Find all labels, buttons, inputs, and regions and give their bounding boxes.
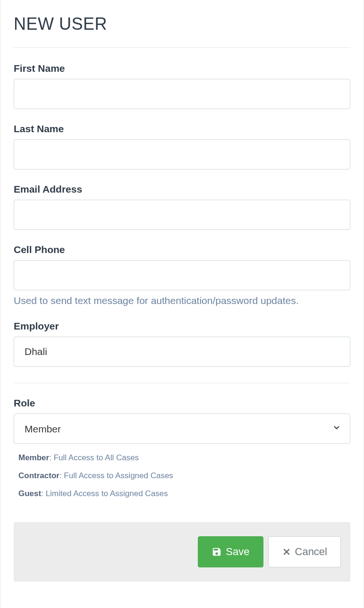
button-bar: Save Cancel	[14, 522, 350, 582]
first-name-input[interactable]	[14, 79, 350, 109]
role-descriptions: Member: Full Access to All Cases Contrac…	[14, 453, 350, 498]
cell-phone-group: Cell Phone Used to send text message for…	[14, 244, 350, 306]
role-desc-member-name: Member	[18, 453, 49, 462]
section-divider	[14, 383, 350, 383]
role-select[interactable]: Member	[14, 414, 350, 444]
cancel-button-label: Cancel	[295, 546, 327, 558]
close-icon	[282, 547, 291, 557]
save-icon	[212, 547, 222, 557]
employer-group: Employer	[14, 321, 350, 367]
role-group: Role Member Member: Full Access to All C…	[14, 397, 350, 498]
role-desc-guest-name: Guest	[18, 489, 41, 498]
cell-phone-input[interactable]	[14, 260, 350, 290]
save-button[interactable]: Save	[198, 536, 263, 567]
save-button-label: Save	[226, 546, 249, 558]
email-input[interactable]	[14, 200, 350, 230]
first-name-group: First Name	[14, 63, 350, 109]
new-user-form: NEW USER First Name Last Name Email Addr…	[0, 0, 364, 608]
cell-phone-help-text: Used to send text message for authentica…	[14, 295, 350, 306]
email-label: Email Address	[14, 184, 350, 195]
last-name-input[interactable]	[14, 139, 350, 169]
last-name-label: Last Name	[14, 123, 350, 135]
role-desc-contractor-text: : Full Access to Assigned Cases	[59, 471, 173, 480]
role-desc-guest-text: : Limited Access to Assigned Cases	[41, 489, 168, 498]
email-group: Email Address	[14, 184, 350, 230]
role-desc-contractor-name: Contractor	[18, 471, 59, 480]
role-label: Role	[14, 397, 350, 409]
title-divider	[14, 47, 350, 48]
employer-label: Employer	[14, 321, 350, 332]
first-name-label: First Name	[14, 63, 350, 74]
page-title: NEW USER	[14, 14, 350, 34]
role-desc-member-text: : Full Access to All Cases	[49, 453, 139, 462]
cancel-button[interactable]: Cancel	[268, 536, 341, 567]
last-name-group: Last Name	[14, 123, 350, 169]
role-select-wrapper: Member	[14, 414, 350, 444]
role-desc-contractor: Contractor: Full Access to Assigned Case…	[18, 471, 350, 481]
cell-phone-label: Cell Phone	[14, 244, 350, 255]
role-desc-member: Member: Full Access to All Cases	[18, 453, 350, 463]
role-desc-guest: Guest: Limited Access to Assigned Cases	[18, 489, 350, 498]
employer-input[interactable]	[14, 337, 350, 367]
